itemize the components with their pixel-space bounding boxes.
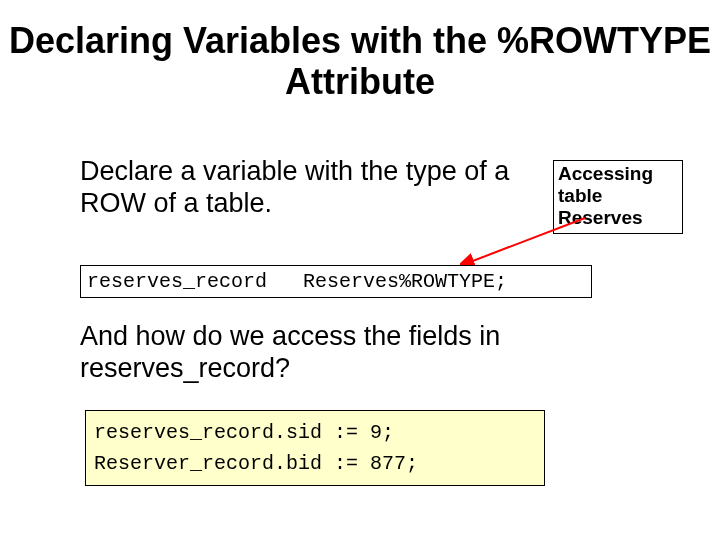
question-text: And how do we access the fields in reser… <box>80 320 600 385</box>
code-declaration: reserves_record Reserves%ROWTYPE; <box>80 265 592 298</box>
slide-title: Declaring Variables with the %ROWTYPE At… <box>0 20 720 103</box>
slide: Declaring Variables with the %ROWTYPE At… <box>0 0 720 540</box>
callout-line: Reserves <box>558 207 678 229</box>
code-access: reserves_record.sid := 9; Reserver_recor… <box>85 410 545 486</box>
callout-box: Accessing table Reserves <box>553 160 683 234</box>
intro-text: Declare a variable with the type of a RO… <box>80 155 550 220</box>
callout-line: table <box>558 185 678 207</box>
code-line: reserves_record.sid := 9; <box>94 421 394 444</box>
callout-line: Accessing <box>558 163 678 185</box>
code-line: Reserver_record.bid := 877; <box>94 452 418 475</box>
